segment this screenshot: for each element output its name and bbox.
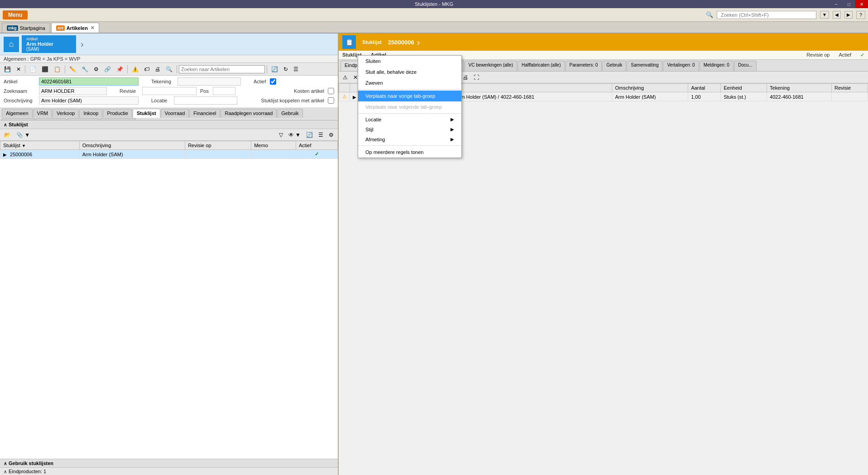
right-toolbar-warn[interactable]: ⚠ xyxy=(340,73,350,82)
context-menu-zweven[interactable]: Zweven xyxy=(358,77,461,88)
gebruik-section-header[interactable]: ∧ Gebruik stuklijsten xyxy=(0,459,338,468)
tab-gebruik[interactable]: Gebruik xyxy=(277,109,303,118)
minimize-button[interactable]: − xyxy=(830,0,843,8)
right-col-tekening[interactable]: Tekening xyxy=(767,84,832,92)
right-toolbar-expand[interactable]: ⛶ xyxy=(471,73,481,82)
search-input[interactable] xyxy=(717,11,816,19)
context-menu-afmeting[interactable]: Afmeting ▶ xyxy=(358,134,461,144)
toolbar-btn-print[interactable]: 🖨 xyxy=(153,65,163,74)
toolbar-btn-6[interactable]: ✏️ xyxy=(67,65,78,74)
stuklijst-orange-btn[interactable]: Stuklijst xyxy=(359,38,385,47)
omschrijving-field[interactable] xyxy=(39,96,139,105)
table-row[interactable]: ▶ 25000006 Arm Holder (SAM) ✓ xyxy=(0,150,338,159)
eindproducten-item[interactable]: ∧ Eindproducten: 1 xyxy=(0,468,338,475)
tab-algemeen[interactable]: Algemeen xyxy=(2,109,33,118)
right-col-warn[interactable] xyxy=(339,84,350,92)
toolbar-refresh[interactable]: 🔄 xyxy=(269,65,280,74)
stuklijst-filter-btn[interactable]: ▽ xyxy=(277,130,285,139)
toolbar-btn-tag[interactable]: 🏷 xyxy=(142,65,152,74)
col-omschrijving[interactable]: Omschrijving xyxy=(79,141,185,150)
tab-artikelen[interactable]: Art Artikelen ✕ xyxy=(51,23,99,33)
tab-vrm[interactable]: VRM xyxy=(33,109,52,118)
col-actief[interactable]: Actief xyxy=(296,141,338,150)
context-menu-sluiten[interactable]: Sluiten xyxy=(358,56,461,67)
close-button[interactable]: ✕ xyxy=(855,0,868,8)
right-header-nav-arrow[interactable]: › xyxy=(417,37,420,48)
context-menu-verplaats-volgende[interactable]: Verplaats naar volgende tab-groep xyxy=(358,101,461,112)
search-back-btn[interactable]: ◀ xyxy=(833,11,841,19)
right-col-revisie[interactable]: Revisie xyxy=(831,84,868,92)
right-tab-halffabricaten[interactable]: Halffabricaten (alle) xyxy=(518,61,565,71)
maximize-button[interactable]: □ xyxy=(843,0,855,8)
context-menu-meerdere-regels[interactable]: Op meerdere regels tonen xyxy=(358,147,461,158)
right-tab-parameters[interactable]: Parameters: 0 xyxy=(566,61,602,71)
row-expand[interactable]: ▶ xyxy=(3,152,7,157)
toolbar-btn-8[interactable]: ⚙ xyxy=(91,65,101,74)
toolbar-btn-9[interactable]: 🔗 xyxy=(102,65,113,74)
right-tab-gebruik[interactable]: Gebruik xyxy=(602,61,626,71)
toolbar-btn-5[interactable]: 📋 xyxy=(52,65,63,74)
col-revisie-op[interactable]: Revisie op xyxy=(185,141,251,150)
home-button[interactable]: ⌂ xyxy=(4,37,19,52)
tab-stuklijst[interactable]: Stuklijst xyxy=(133,109,160,118)
context-menu-verplaats-vorige[interactable]: Verplaats naar vorige tab-groep xyxy=(358,91,461,101)
search-dropdown-btn[interactable]: ▼ xyxy=(820,11,829,19)
artikel-search-input[interactable] xyxy=(179,65,265,73)
artikel-field[interactable] xyxy=(39,77,139,86)
tekening-field[interactable] xyxy=(177,77,241,86)
right-tab-vc-bewerkingen[interactable]: VC bewerkingen (alle) xyxy=(465,61,517,71)
pos-field[interactable] xyxy=(213,87,235,95)
toolbar-btn-alert[interactable]: ⚠️ xyxy=(129,65,141,74)
search-fwd-btn[interactable]: ▶ xyxy=(844,11,853,19)
toolbar-btn-4[interactable]: ⬛ xyxy=(39,65,51,74)
tab-inkoop[interactable]: Inkoop xyxy=(79,109,102,118)
toolbar-btn-2[interactable]: ✕ xyxy=(14,65,23,74)
row-expand-icon[interactable]: ▶ xyxy=(353,95,356,100)
tekening-label: Tekening xyxy=(151,79,174,84)
tab-productie[interactable]: Productie xyxy=(103,109,132,118)
right-toolbar-print2[interactable]: 🖨 xyxy=(460,73,470,82)
col-stuklijst[interactable]: Stuklijst ▼ xyxy=(0,141,80,150)
toolbar-btn-3[interactable]: 📄 xyxy=(27,65,38,74)
help-btn[interactable]: ? xyxy=(856,11,865,19)
menu-button[interactable]: Menu xyxy=(3,10,28,19)
right-col-eenheid[interactable]: Eenheid xyxy=(721,84,767,92)
nav-arrow-left[interactable]: › xyxy=(79,39,86,49)
tab-close-artikelen[interactable]: ✕ xyxy=(91,25,94,30)
stuklijst-view-btn[interactable]: 👁 ▼ xyxy=(286,130,303,139)
stuklijst-grid-btn[interactable]: ⚙ xyxy=(326,130,336,139)
article-title-button[interactable]: Artikel Arm Holder (SAM) xyxy=(22,35,76,53)
stuklijst-refresh-btn[interactable]: 🔄 xyxy=(304,130,315,139)
right-col-omschrijving[interactable]: Omschrijving xyxy=(612,84,688,92)
tab-financieel[interactable]: Financieel xyxy=(189,109,220,118)
tab-startpagina[interactable]: mkg Startpagina xyxy=(2,23,50,33)
context-menu-locatie[interactable]: Locatie ▶ xyxy=(358,115,461,125)
tab-voorraad[interactable]: Voorraad xyxy=(161,109,189,118)
toolbar-btn-zoom[interactable]: 🔍 xyxy=(163,65,175,74)
context-menu-sluit-alle[interactable]: Sluit alle, behalve deze xyxy=(358,67,461,77)
tab-raadplegen[interactable]: Raadplegen voorraad xyxy=(221,109,277,118)
revisie-field[interactable] xyxy=(142,87,197,95)
stuklijst-toolbar-btn2[interactable]: 📎 ▼ xyxy=(14,130,32,139)
right-col-aantal[interactable]: Aantal xyxy=(688,84,721,92)
col-memo[interactable]: Memo xyxy=(251,141,296,150)
stuklijst-section-header[interactable]: ∧ Stuklijst xyxy=(0,120,338,129)
toolbar-btn-7[interactable]: 🔧 xyxy=(79,65,91,74)
actief-checkbox[interactable] xyxy=(270,78,276,85)
locatie-field[interactable] xyxy=(174,96,237,105)
tab-verkoop[interactable]: Verkoop xyxy=(53,109,79,118)
right-tab-vertalingen[interactable]: Vertalingen: 0 xyxy=(663,61,699,71)
right-tab-docu[interactable]: Docu... xyxy=(734,61,757,71)
context-menu-stijl[interactable]: Stijl ▶ xyxy=(358,125,461,134)
toolbar-menu-btn[interactable]: ☰ xyxy=(291,65,301,74)
toolbar-sync[interactable]: ↻ xyxy=(281,65,290,74)
stuklijst-list-btn[interactable]: ☰ xyxy=(316,130,326,139)
kosten-artikel-checkbox[interactable] xyxy=(328,88,334,94)
toolbar-btn-1[interactable]: 💾 xyxy=(2,65,13,74)
stuklijst-toolbar-btn1[interactable]: 📂 xyxy=(2,130,13,139)
right-tab-meldingen[interactable]: Meldingen: 0 xyxy=(700,61,734,71)
toolbar-btn-10[interactable]: 📌 xyxy=(114,65,125,74)
stuklijst-koppelen-checkbox[interactable] xyxy=(328,97,334,104)
zoeknaam-field[interactable] xyxy=(39,87,107,95)
right-tab-samenvatting[interactable]: Samenvatting xyxy=(627,61,662,71)
